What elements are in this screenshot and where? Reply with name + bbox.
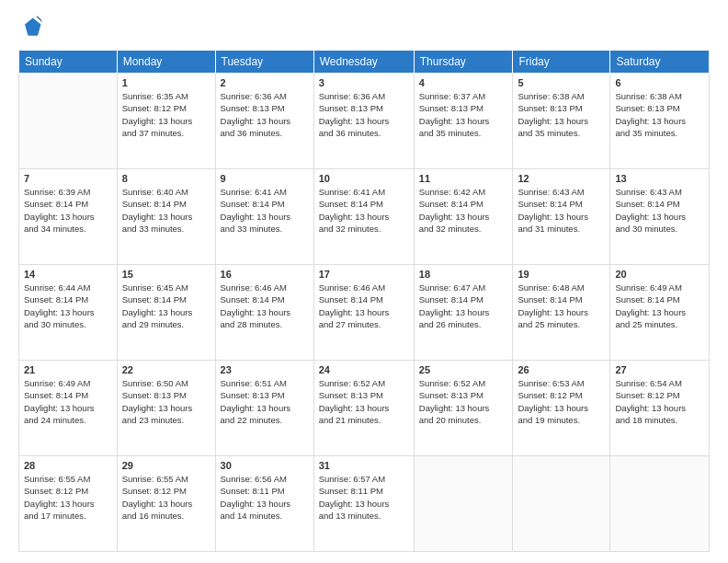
calendar-header-row: SundayMondayTuesdayWednesdayThursdayFrid… [19, 51, 710, 74]
calendar-table: SundayMondayTuesdayWednesdayThursdayFrid… [18, 50, 710, 552]
svg-marker-0 [25, 18, 41, 36]
day-info: Sunrise: 6:52 AM Sunset: 8:13 PM Dayligh… [319, 377, 409, 426]
day-number: 22 [122, 364, 210, 375]
day-number: 5 [518, 77, 605, 88]
calendar-cell: 20Sunrise: 6:49 AM Sunset: 8:14 PM Dayli… [610, 265, 710, 361]
day-number: 16 [221, 269, 309, 280]
day-number: 9 [221, 173, 309, 184]
day-info: Sunrise: 6:41 AM Sunset: 8:14 PM Dayligh… [319, 186, 409, 235]
day-info: Sunrise: 6:42 AM Sunset: 8:14 PM Dayligh… [419, 186, 508, 235]
day-number: 28 [24, 460, 112, 471]
day-number: 27 [615, 364, 704, 375]
calendar-cell: 30Sunrise: 6:56 AM Sunset: 8:11 PM Dayli… [215, 456, 313, 552]
day-info: Sunrise: 6:43 AM Sunset: 8:14 PM Dayligh… [615, 186, 704, 235]
calendar-week-row: 28Sunrise: 6:55 AM Sunset: 8:12 PM Dayli… [19, 456, 710, 552]
logo-icon [18, 15, 44, 40]
calendar-cell: 7Sunrise: 6:39 AM Sunset: 8:14 PM Daylig… [19, 169, 118, 265]
calendar-cell: 5Sunrise: 6:38 AM Sunset: 8:13 PM Daylig… [513, 74, 610, 169]
day-of-week-header: Saturday [610, 51, 710, 74]
day-number: 4 [419, 77, 508, 88]
day-number: 6 [615, 77, 704, 88]
day-info: Sunrise: 6:50 AM Sunset: 8:13 PM Dayligh… [122, 377, 210, 426]
day-number: 12 [518, 173, 605, 184]
day-number: 20 [615, 269, 704, 280]
day-number: 24 [319, 364, 409, 375]
day-number: 19 [518, 269, 605, 280]
day-info: Sunrise: 6:38 AM Sunset: 8:13 PM Dayligh… [518, 90, 605, 139]
day-number: 23 [221, 364, 309, 375]
day-number: 14 [24, 269, 112, 280]
day-info: Sunrise: 6:45 AM Sunset: 8:14 PM Dayligh… [122, 282, 210, 330]
day-of-week-header: Friday [513, 51, 610, 74]
calendar-cell: 14Sunrise: 6:44 AM Sunset: 8:14 PM Dayli… [19, 265, 118, 361]
header [18, 15, 710, 40]
day-info: Sunrise: 6:55 AM Sunset: 8:12 PM Dayligh… [122, 473, 210, 522]
day-of-week-header: Sunday [19, 51, 118, 74]
day-info: Sunrise: 6:39 AM Sunset: 8:14 PM Dayligh… [24, 186, 112, 235]
calendar-cell: 24Sunrise: 6:52 AM Sunset: 8:13 PM Dayli… [313, 361, 414, 456]
calendar-cell: 19Sunrise: 6:48 AM Sunset: 8:14 PM Dayli… [513, 265, 610, 361]
day-number: 17 [319, 269, 409, 280]
day-number: 2 [221, 77, 309, 88]
calendar-cell: 3Sunrise: 6:36 AM Sunset: 8:13 PM Daylig… [313, 74, 414, 169]
calendar-cell: 11Sunrise: 6:42 AM Sunset: 8:14 PM Dayli… [414, 169, 513, 265]
day-info: Sunrise: 6:54 AM Sunset: 8:12 PM Dayligh… [615, 377, 704, 426]
calendar-cell: 27Sunrise: 6:54 AM Sunset: 8:12 PM Dayli… [610, 361, 710, 456]
day-info: Sunrise: 6:37 AM Sunset: 8:13 PM Dayligh… [419, 90, 508, 139]
calendar-cell: 15Sunrise: 6:45 AM Sunset: 8:14 PM Dayli… [117, 265, 215, 361]
day-info: Sunrise: 6:49 AM Sunset: 8:14 PM Dayligh… [615, 282, 704, 330]
calendar-cell: 25Sunrise: 6:52 AM Sunset: 8:13 PM Dayli… [414, 361, 513, 456]
day-info: Sunrise: 6:35 AM Sunset: 8:12 PM Dayligh… [122, 90, 210, 139]
calendar-cell: 29Sunrise: 6:55 AM Sunset: 8:12 PM Dayli… [117, 456, 215, 552]
calendar-cell: 31Sunrise: 6:57 AM Sunset: 8:11 PM Dayli… [313, 456, 414, 552]
calendar-week-row: 7Sunrise: 6:39 AM Sunset: 8:14 PM Daylig… [19, 169, 710, 265]
day-number: 25 [419, 364, 508, 375]
day-info: Sunrise: 6:46 AM Sunset: 8:14 PM Dayligh… [221, 282, 309, 330]
day-info: Sunrise: 6:51 AM Sunset: 8:13 PM Dayligh… [221, 377, 309, 426]
calendar-cell: 21Sunrise: 6:49 AM Sunset: 8:14 PM Dayli… [19, 361, 118, 456]
day-info: Sunrise: 6:57 AM Sunset: 8:11 PM Dayligh… [319, 473, 409, 522]
calendar-cell: 10Sunrise: 6:41 AM Sunset: 8:14 PM Dayli… [313, 169, 414, 265]
calendar-cell: 1Sunrise: 6:35 AM Sunset: 8:12 PM Daylig… [117, 74, 215, 169]
calendar-cell: 4Sunrise: 6:37 AM Sunset: 8:13 PM Daylig… [414, 74, 513, 169]
day-info: Sunrise: 6:46 AM Sunset: 8:14 PM Dayligh… [319, 282, 409, 330]
day-number: 7 [24, 173, 112, 184]
page: SundayMondayTuesdayWednesdayThursdayFrid… [0, 0, 728, 563]
calendar-week-row: 14Sunrise: 6:44 AM Sunset: 8:14 PM Dayli… [19, 265, 710, 361]
day-number: 26 [518, 364, 605, 375]
calendar-cell: 9Sunrise: 6:41 AM Sunset: 8:14 PM Daylig… [215, 169, 313, 265]
day-number: 13 [615, 173, 704, 184]
day-info: Sunrise: 6:55 AM Sunset: 8:12 PM Dayligh… [24, 473, 112, 522]
day-info: Sunrise: 6:53 AM Sunset: 8:12 PM Dayligh… [518, 377, 605, 426]
day-number: 31 [319, 460, 409, 471]
day-info: Sunrise: 6:36 AM Sunset: 8:13 PM Dayligh… [319, 90, 409, 139]
day-number: 3 [319, 77, 409, 88]
calendar-cell: 28Sunrise: 6:55 AM Sunset: 8:12 PM Dayli… [19, 456, 118, 552]
calendar-cell: 17Sunrise: 6:46 AM Sunset: 8:14 PM Dayli… [313, 265, 414, 361]
day-info: Sunrise: 6:44 AM Sunset: 8:14 PM Dayligh… [24, 282, 112, 330]
day-of-week-header: Wednesday [313, 51, 414, 74]
calendar-week-row: 1Sunrise: 6:35 AM Sunset: 8:12 PM Daylig… [19, 74, 710, 169]
day-info: Sunrise: 6:43 AM Sunset: 8:14 PM Dayligh… [518, 186, 605, 235]
day-info: Sunrise: 6:41 AM Sunset: 8:14 PM Dayligh… [221, 186, 309, 235]
day-of-week-header: Tuesday [215, 51, 313, 74]
day-info: Sunrise: 6:38 AM Sunset: 8:13 PM Dayligh… [615, 90, 704, 139]
day-number: 15 [122, 269, 210, 280]
calendar-cell: 18Sunrise: 6:47 AM Sunset: 8:14 PM Dayli… [414, 265, 513, 361]
calendar-cell [610, 456, 710, 552]
calendar-cell: 2Sunrise: 6:36 AM Sunset: 8:13 PM Daylig… [215, 74, 313, 169]
day-number: 10 [319, 173, 409, 184]
day-number: 30 [221, 460, 309, 471]
calendar-cell: 13Sunrise: 6:43 AM Sunset: 8:14 PM Dayli… [610, 169, 710, 265]
day-number: 11 [419, 173, 508, 184]
day-number: 8 [122, 173, 210, 184]
calendar-cell: 8Sunrise: 6:40 AM Sunset: 8:14 PM Daylig… [117, 169, 215, 265]
calendar-cell [414, 456, 513, 552]
day-info: Sunrise: 6:47 AM Sunset: 8:14 PM Dayligh… [419, 282, 508, 330]
day-info: Sunrise: 6:48 AM Sunset: 8:14 PM Dayligh… [518, 282, 605, 330]
calendar-week-row: 21Sunrise: 6:49 AM Sunset: 8:14 PM Dayli… [19, 361, 710, 456]
day-of-week-header: Monday [117, 51, 215, 74]
day-number: 18 [419, 269, 508, 280]
day-number: 21 [24, 364, 112, 375]
day-info: Sunrise: 6:52 AM Sunset: 8:13 PM Dayligh… [419, 377, 508, 426]
